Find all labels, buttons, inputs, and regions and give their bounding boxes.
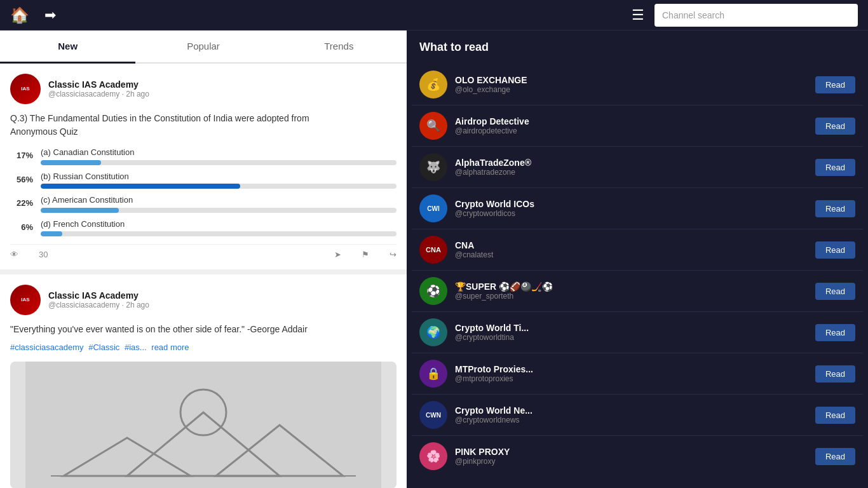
- read-button-8[interactable]: Read: [815, 407, 855, 424]
- tag-2[interactable]: #Classic: [88, 342, 119, 352]
- channel-item-0: 💰 OLO EXCHANGE @olo_exchange Read: [412, 64, 863, 105]
- poll-bar-2: [41, 184, 240, 189]
- read-button-9[interactable]: Read: [815, 448, 855, 465]
- poll-bar-3: [41, 208, 119, 213]
- channel-name-7: MTProto Proxies...: [455, 364, 808, 374]
- poll-option-1: 17% (a) Canadian Constitution: [10, 146, 397, 165]
- channel-info-2: AlphaTradeZone® @alphatradezone: [455, 158, 808, 177]
- channel-handle-8: @cryptoworldnews: [455, 416, 808, 424]
- poll-bar-1: [41, 160, 101, 165]
- poll-option-4: 6% (d) French Constitution: [10, 218, 397, 237]
- read-button-4[interactable]: Read: [815, 241, 855, 259]
- share-button-1[interactable]: ↪: [390, 250, 397, 259]
- channel-name-6: Crypto World Ti...: [455, 323, 808, 333]
- tab-new[interactable]: New: [0, 30, 135, 64]
- read-button-7[interactable]: Read: [815, 365, 855, 383]
- flag-button-1[interactable]: ⚑: [362, 250, 369, 259]
- forward-button-1[interactable]: ➤: [334, 250, 341, 259]
- post-meta-2: Classic IAS Academy @classiciasacademy ·…: [48, 290, 397, 309]
- poll-label-4: (d) French Constitution: [41, 218, 397, 231]
- read-button-6[interactable]: Read: [815, 324, 855, 341]
- tab-trends[interactable]: Trends: [271, 30, 407, 64]
- post-header-1: IAS Classic IAS Academy @classiciasacade…: [10, 74, 397, 104]
- post-handle-2: @classiciasacademy: [48, 301, 119, 309]
- post-handle-time-1: @classiciasacademy · 2h ago: [48, 90, 397, 98]
- channel-search-input[interactable]: [654, 4, 858, 27]
- channel-handle-3: @cryptoworldicos: [455, 209, 808, 218]
- channel-handle-1: @airdropdetective: [455, 126, 808, 135]
- poll-percent-3: 22%: [10, 197, 33, 210]
- channel-handle-4: @cnalatest: [455, 250, 808, 259]
- poll-percent-1: 17%: [10, 149, 33, 162]
- avatar-2: IAS: [10, 285, 41, 315]
- channels-list: 💰 OLO EXCHANGE @olo_exchange Read 🔍 Aird…: [407, 64, 868, 488]
- poll-bar-4: [41, 231, 62, 236]
- channel-info-9: PINK PROXY @pinkproxy: [455, 447, 808, 466]
- channel-avatar-9: 🌸: [419, 442, 447, 470]
- channel-item-5: ⚽ 🏆SUPER ⚽🏈🎱🏒⚽ @super_sporteth Read: [412, 271, 863, 312]
- channel-handle-2: @alphatradezone: [455, 168, 808, 177]
- poll-label-2: (b) Russian Constitution: [41, 170, 397, 183]
- tag-3[interactable]: #ias...: [125, 342, 147, 352]
- read-button-2[interactable]: Read: [815, 159, 855, 176]
- channel-avatar-7: 🔒: [419, 360, 447, 388]
- post-author-1: Classic IAS Academy: [48, 79, 397, 90]
- read-button-0[interactable]: Read: [815, 76, 855, 93]
- feed-panel: New Popular Trends IAS Classic IAS Acade…: [0, 30, 407, 488]
- channel-info-0: OLO EXCHANGE @olo_exchange: [455, 75, 808, 94]
- channel-avatar-0: 💰: [419, 71, 447, 98]
- channel-avatar-2: 🐺: [419, 153, 447, 181]
- tabs-bar: New Popular Trends: [0, 30, 407, 64]
- channel-avatar-5: ⚽: [419, 277, 447, 305]
- login-icon[interactable]: ➡: [44, 7, 56, 24]
- post-quote: "Everything you've ever wanted is on the…: [10, 323, 397, 336]
- what-to-read-title: What to read: [407, 30, 868, 64]
- post-handle-1: @classiciasacademy: [48, 90, 119, 98]
- channel-info-4: CNA @cnalatest: [455, 240, 808, 259]
- post-time-2: · 2h ago: [122, 301, 149, 309]
- right-panel: What to read 💰 OLO EXCHANGE @olo_exchang…: [407, 30, 868, 488]
- post-meta-1: Classic IAS Academy @classiciasacademy ·…: [48, 79, 397, 98]
- channel-handle-0: @olo_exchange: [455, 85, 808, 94]
- tab-popular[interactable]: Popular: [135, 30, 271, 64]
- avatar-1: IAS: [10, 74, 41, 104]
- read-button-1[interactable]: Read: [815, 118, 855, 135]
- channel-item-6: 🌍 Crypto World Ti... @cryptoworldtina Re…: [412, 312, 863, 353]
- channel-info-1: Airdrop Detective @airdropdetective: [455, 116, 808, 135]
- channel-avatar-6: 🌍: [419, 318, 447, 346]
- channel-info-6: Crypto World Ti... @cryptoworldtina: [455, 323, 808, 342]
- poll-option-2: 56% (b) Russian Constitution: [10, 170, 397, 189]
- channel-info-3: Crypto World ICOs @cryptoworldicos: [455, 199, 808, 218]
- channel-name-0: OLO EXCHANGE: [455, 75, 808, 85]
- post-author-2: Classic IAS Academy: [48, 290, 397, 301]
- channel-avatar-3: CWI: [419, 194, 447, 222]
- views-icon: 👁: [10, 250, 18, 259]
- poll-percent-4: 6%: [10, 221, 33, 234]
- post-header-2: IAS Classic IAS Academy @classiciasacade…: [10, 285, 397, 315]
- channel-name-5: 🏆SUPER ⚽🏈🎱🏒⚽: [455, 281, 808, 292]
- post-body-2: "Everything you've ever wanted is on the…: [10, 323, 397, 488]
- read-more-link[interactable]: read more: [151, 342, 189, 352]
- read-button-5[interactable]: Read: [815, 283, 855, 300]
- channel-item-1: 🔍 Airdrop Detective @airdropdetective Re…: [412, 105, 863, 147]
- read-button-3[interactable]: Read: [815, 200, 855, 217]
- main-layout: New Popular Trends IAS Classic IAS Acade…: [0, 30, 868, 488]
- post-actions-1: 👁 30 ➤ ⚑ ↪: [10, 244, 397, 259]
- channel-handle-7: @mtprotoproxies: [455, 374, 808, 383]
- channel-item-9: 🌸 PINK PROXY @pinkproxy Read: [412, 436, 863, 477]
- channel-item-2: 🐺 AlphaTradeZone® @alphatradezone Read: [412, 147, 863, 188]
- tag-1[interactable]: #classiciasacademy: [10, 342, 84, 352]
- channel-name-9: PINK PROXY: [455, 447, 808, 457]
- channel-handle-6: @cryptoworldtina: [455, 333, 808, 342]
- channel-avatar-4: CNA: [419, 236, 447, 264]
- channel-item-4: CNA CNA @cnalatest Read: [412, 229, 863, 271]
- hamburger-icon[interactable]: ☰: [632, 7, 644, 24]
- post-tags: #classiciasacademy #Classic #ias... read…: [10, 341, 397, 354]
- poll-label-3: (c) American Constitution: [41, 194, 397, 207]
- channel-name-4: CNA: [455, 240, 808, 250]
- channel-name-3: Crypto World ICOs: [455, 199, 808, 209]
- post-body-1: Q.3) The Fundamental Duties in the Const…: [10, 112, 397, 236]
- post-question: Q.3) The Fundamental Duties in the Const…: [10, 112, 397, 139]
- post-handle-time-2: @classiciasacademy · 2h ago: [48, 301, 397, 309]
- home-icon[interactable]: 🏠: [10, 6, 29, 24]
